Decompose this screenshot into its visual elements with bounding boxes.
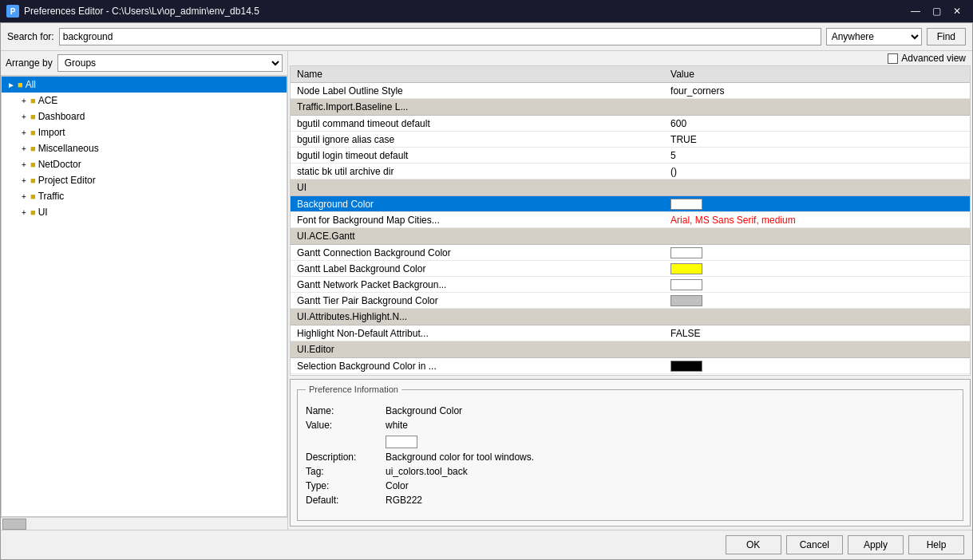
close-button[interactable]: ✕ — [947, 3, 967, 19]
bottom-bar: OK Cancel Apply Help — [1, 530, 972, 559]
value-value: white — [386, 420, 955, 431]
right-panel: Advanced view Name Value Node Lab — [288, 51, 972, 530]
apply-button[interactable]: Apply — [848, 535, 904, 554]
search-input[interactable] — [59, 28, 821, 45]
group-label: UI.ACE.Gantt — [291, 228, 970, 245]
maximize-button[interactable]: ▢ — [927, 3, 946, 19]
pref-info-default-row: Default: RGB222 — [306, 495, 955, 506]
titlebar: P Preferences Editor - C:\Users\Lv\op_ad… — [0, 0, 973, 22]
group-header-ui-ace-gantt: UI.ACE.Gantt — [291, 228, 970, 245]
tree-expander-ui: + — [18, 206, 30, 219]
tree-item-all[interactable]: ► ■ All — [2, 77, 287, 93]
tree-container[interactable]: ► ■ All + ■ ACE + ■ Dashboard — [1, 76, 287, 517]
group-label: UI — [291, 179, 970, 196]
minimize-button[interactable]: — — [906, 3, 925, 19]
tree-expander-misc: + — [18, 142, 30, 155]
pref-name: Gantt Network Packet Backgroun... — [291, 277, 664, 293]
tree-label-ui: UI — [38, 207, 48, 218]
tree-label-all: All — [26, 79, 36, 90]
table-row[interactable]: Gantt Tier Pair Background Color — [291, 293, 970, 309]
pref-info-value-row: Value: white — [306, 420, 955, 431]
default-value: RGB222 — [386, 495, 955, 506]
pref-value: TRUE — [664, 132, 970, 148]
pref-info-tag-row: Tag: ui_colors.tool_back — [306, 466, 955, 477]
find-button[interactable]: Find — [927, 28, 966, 45]
tree-item-projecteditor[interactable]: + ■ Project Editor — [2, 172, 287, 188]
tree-label-import: Import — [38, 127, 65, 138]
folder-icon-projecteditor: ■ — [30, 175, 36, 185]
pref-value: four_corners — [664, 83, 970, 99]
pref-name: Highlight Non-Default Attribut... — [291, 325, 664, 341]
tree-expander-ace: + — [18, 94, 30, 107]
table-row[interactable]: Font for Background Map Cities... Arial,… — [291, 212, 970, 228]
pref-value: Arial, MS Sans Serif, medium — [664, 212, 970, 228]
arrange-bar: Arrange by Groups Alphabetical — [1, 51, 287, 76]
name-label: Name: — [306, 405, 386, 416]
table-row[interactable]: Gantt Network Packet Backgroun... — [291, 277, 970, 293]
scope-dropdown[interactable]: Anywhere Name Value Description — [826, 28, 922, 45]
preferences-table: Name Value Node Label Outline Style four… — [291, 66, 970, 376]
table-row[interactable]: bgutil command timeout default 600 — [291, 116, 970, 132]
table-row[interactable]: Gantt Connection Background Color — [291, 245, 970, 261]
pref-info-panel: Preference Information Name: Background … — [290, 379, 971, 526]
help-button[interactable]: Help — [908, 535, 964, 554]
tree-item-import[interactable]: + ■ Import — [2, 124, 287, 140]
pref-value: 5 — [664, 148, 970, 164]
pref-info-type-row: Type: Color — [306, 480, 955, 491]
tree-expander-projecteditor: + — [18, 174, 30, 187]
arrange-label: Arrange by — [6, 57, 53, 69]
pref-value — [664, 358, 970, 374]
pref-info-desc-row: Description: Background color for tool w… — [306, 452, 955, 463]
pref-name: Background Color — [291, 196, 664, 212]
pref-name: Node Label Outline Style — [291, 83, 664, 99]
col-value-header: Value — [664, 66, 970, 83]
main-window: Search for: Anywhere Name Value Descript… — [0, 22, 973, 560]
tree-item-ace[interactable]: + ■ ACE — [2, 93, 287, 108]
left-hscroll[interactable] — [1, 517, 287, 530]
tree-item-dashboard[interactable]: + ■ Dashboard — [2, 108, 287, 124]
search-bar: Search for: Anywhere Name Value Descript… — [1, 23, 972, 51]
table-row[interactable]: Selection Background Color in ... — [291, 358, 970, 374]
table-row[interactable]: static bk util archive dir () — [291, 164, 970, 179]
group-header-ui: UI — [291, 179, 970, 196]
table-row-background-color[interactable]: Background Color — [291, 196, 970, 212]
tree-item-ui[interactable]: + ■ UI — [2, 204, 287, 220]
ok-button[interactable]: OK — [726, 535, 781, 554]
folder-icon-traffic: ■ — [30, 191, 36, 201]
table-row[interactable]: Text Background Color in Edit Pad — [291, 374, 970, 377]
type-value: Color — [386, 480, 955, 491]
desc-label: Description: — [306, 452, 386, 463]
color-swatch-selection-bg — [670, 361, 702, 372]
advanced-view-option[interactable]: Advanced view — [888, 53, 966, 64]
tree-label-ace: ACE — [38, 95, 58, 106]
table-row[interactable]: Node Label Outline Style four_corners — [291, 83, 970, 99]
right-top-bar: Advanced view — [288, 51, 972, 65]
col-name-header: Name — [291, 66, 664, 83]
table-area[interactable]: Name Value Node Label Outline Style four… — [290, 65, 971, 376]
search-label: Search for: — [7, 31, 54, 42]
arrange-dropdown[interactable]: Groups Alphabetical — [57, 54, 283, 72]
left-panel: Arrange by Groups Alphabetical ► ■ All — [1, 51, 288, 530]
advanced-view-checkbox[interactable] — [888, 53, 898, 64]
pref-name: bgutil login timeout default — [291, 148, 664, 164]
pref-name: Text Background Color in Edit Pad — [291, 374, 664, 377]
tag-value: ui_colors.tool_back — [386, 466, 955, 477]
pref-name: bgutil command timeout default — [291, 116, 664, 132]
tree-label-misc: Miscellaneous — [38, 143, 99, 154]
hscroll-thumb[interactable] — [2, 519, 26, 530]
group-header-traffic-import: Traffic.Import.Baseline L... — [291, 99, 970, 116]
cancel-button[interactable]: Cancel — [786, 535, 843, 554]
pref-info-color-row — [306, 434, 955, 448]
tree-label-projecteditor: Project Editor — [38, 175, 96, 186]
pref-value: FALSE — [664, 325, 970, 341]
table-row[interactable]: bgutil login timeout default 5 — [291, 148, 970, 164]
tree-expander-traffic: + — [18, 190, 30, 203]
table-row[interactable]: bgutil ignore alias case TRUE — [291, 132, 970, 148]
folder-icon-import: ■ — [30, 128, 36, 137]
tree-item-misc[interactable]: + ■ Miscellaneous — [2, 140, 287, 156]
tree-item-netdoctor[interactable]: + ■ NetDoctor — [2, 156, 287, 172]
table-row[interactable]: Gantt Label Background Color — [291, 261, 970, 277]
table-row[interactable]: Highlight Non-Default Attribut... FALSE — [291, 325, 970, 341]
name-value: Background Color — [386, 405, 955, 416]
tree-item-traffic[interactable]: + ■ Traffic — [2, 188, 287, 204]
